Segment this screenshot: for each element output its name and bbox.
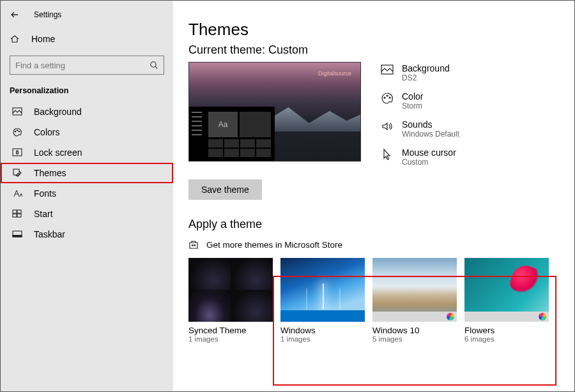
palette-icon [380,91,394,105]
theme-card-synced[interactable]: Synced Theme 1 images [188,258,273,343]
preview-aa: Aa [208,112,238,137]
prop-cursor[interactable]: Mouse cursorCustom [380,147,459,167]
home-label: Home [31,34,55,44]
prop-sounds[interactable]: SoundsWindows Default [380,119,459,139]
main-content: Themes Current theme: Custom Digitalsour… [173,1,574,391]
store-icon [188,239,200,250]
palette-icon [12,127,25,137]
svg-rect-19 [194,245,196,246]
start-icon [12,209,25,218]
svg-point-4 [19,131,20,132]
cursor-icon [380,147,394,162]
nav-fonts[interactable]: Fonts [1,183,173,204]
svg-rect-6 [17,152,19,154]
store-link[interactable]: Get more themes in Microsoft Store [188,239,559,250]
svg-rect-9 [17,210,21,213]
back-icon[interactable] [10,10,20,20]
speaker-icon [380,119,394,133]
page-title: Themes [188,20,559,40]
svg-rect-7 [13,169,19,175]
svg-rect-8 [13,210,17,213]
fonts-icon [12,189,25,198]
svg-point-16 [387,95,388,96]
search-field[interactable] [15,61,150,70]
nav-taskbar[interactable]: Taskbar [1,224,173,245]
nav-lock-screen[interactable]: Lock screen [1,142,173,163]
home-nav[interactable]: Home [1,29,173,49]
lock-screen-icon [12,148,25,157]
svg-point-2 [15,131,16,132]
theme-card-windows10[interactable]: Windows 10 5 images [372,258,457,343]
svg-point-15 [384,97,385,98]
nav-themes[interactable]: Themes [1,163,173,183]
save-theme-button[interactable]: Save theme [188,179,262,200]
apply-theme-heading: Apply a theme [188,218,559,231]
theme-card-windows[interactable]: Windows 1 images [280,258,365,343]
nav-start[interactable]: Start [1,204,173,224]
svg-point-0 [151,62,156,67]
svg-rect-11 [17,214,21,217]
search-input[interactable] [10,56,164,75]
prop-background[interactable]: BackgroundDS2 [380,63,459,82]
svg-rect-18 [192,245,194,246]
window-title: Settings [34,10,61,19]
current-theme-label: Current theme: Custom [188,43,559,57]
preview-watermark: Digitalsource [318,70,351,77]
picture-icon [12,107,25,116]
theme-preview[interactable]: Digitalsource Aa [188,62,361,162]
themes-icon [12,168,25,178]
svg-point-3 [17,130,18,131]
category-title: Personalization [1,84,173,102]
taskbar-icon [12,230,25,238]
prop-color[interactable]: ColorStorm [380,91,459,110]
nav-colors[interactable]: Colors [1,122,173,142]
svg-rect-13 [13,236,22,237]
svg-point-17 [389,97,390,98]
sidebar: Settings Home Personalization Background… [1,1,173,391]
nav-background[interactable]: Background [1,102,173,122]
theme-card-flowers[interactable]: Flowers 6 images [464,258,549,343]
search-icon [150,61,158,70]
picture-icon [380,63,394,77]
home-icon [10,34,24,44]
svg-rect-10 [13,214,17,217]
